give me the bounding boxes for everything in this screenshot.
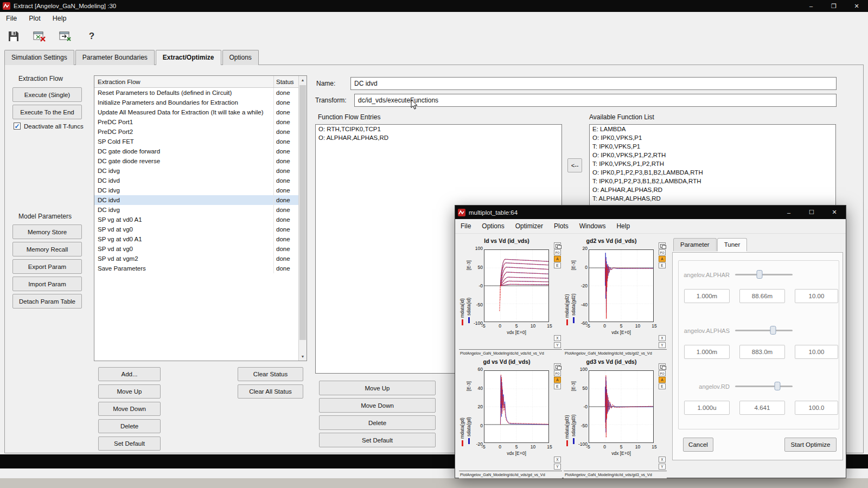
import-param-button[interactable]: Import Param: [12, 277, 82, 291]
menu-file[interactable]: File: [0, 12, 23, 25]
y-axis-button[interactable]: Y: [554, 464, 561, 470]
memory-store-button[interactable]: Memory Store: [12, 224, 82, 239]
list-item[interactable]: O: IPK0,VPKS,P1,P2,RTH: [590, 151, 835, 159]
po-button[interactable]: PO: [659, 249, 666, 255]
e-button[interactable]: E: [659, 383, 666, 389]
tab-parameter-boundaries[interactable]: Parameter Boundaries: [75, 50, 155, 65]
maximize-icon[interactable]: ☐: [800, 206, 823, 219]
po-button[interactable]: PO: [554, 249, 561, 255]
list-item[interactable]: O: IPK0,VPKS,P1: [590, 133, 835, 142]
move-up-button[interactable]: Move Up: [98, 384, 161, 399]
y-axis-button[interactable]: Y: [659, 342, 666, 348]
table-row[interactable]: PreDC Port2done: [94, 127, 298, 137]
close-icon[interactable]: ✕: [845, 0, 868, 12]
list-item[interactable]: T: IPK0,VPKS,P1: [590, 142, 835, 151]
param-value-field[interactable]: [739, 289, 785, 303]
menu-help[interactable]: Help: [611, 219, 635, 233]
tab-extract-optimize[interactable]: Extract/Optimize: [156, 50, 221, 65]
a-button[interactable]: A: [554, 377, 561, 383]
minimize-icon[interactable]: –: [777, 206, 800, 219]
po-button[interactable]: PO: [554, 370, 561, 376]
list-item[interactable]: O: IPK0,P1,P2,P3,B1,B2,LAMBDA,RTH: [590, 168, 835, 177]
arrange-plots-icon[interactable]: [59, 29, 73, 43]
a-button[interactable]: A: [659, 256, 666, 262]
detach-plot-icon[interactable]: [659, 242, 666, 249]
table-row[interactable]: SP vg at vd0 A1done: [94, 215, 298, 224]
tab-tuner[interactable]: Tuner: [717, 238, 748, 251]
x-axis-button[interactable]: X: [659, 457, 666, 463]
delete-button[interactable]: Delete: [98, 419, 161, 433]
delete-button[interactable]: Delete: [319, 415, 436, 430]
param-value-field[interactable]: [739, 401, 785, 415]
move-down-button[interactable]: Move Down: [319, 398, 436, 413]
name-input[interactable]: [350, 77, 837, 90]
param-value-field[interactable]: [739, 345, 785, 359]
list-item[interactable]: O: ALPHAR,ALPHAS,RD: [316, 133, 561, 142]
e-button[interactable]: E: [554, 383, 561, 389]
scroll-up-icon[interactable]: ▲: [299, 76, 307, 84]
column-header-flow[interactable]: Extraction Flow: [94, 79, 273, 85]
execute-single-button[interactable]: Execute (Single): [12, 87, 82, 102]
move-down-button[interactable]: Move Down: [98, 402, 161, 416]
plot-canvas[interactable]: [484, 249, 549, 322]
list-item[interactable]: E: LAMBDA: [590, 125, 835, 133]
e-button[interactable]: E: [659, 262, 666, 268]
plot-canvas[interactable]: [589, 370, 654, 443]
menu-plots[interactable]: Plots: [548, 219, 574, 233]
a-button[interactable]: A: [659, 377, 666, 383]
move-up-button[interactable]: Move Up: [319, 381, 436, 395]
add-button[interactable]: Add...: [98, 367, 161, 381]
main-titlebar[interactable]: Extract [Angelov_GaN_Modeling] :30 – ❐ ✕: [0, 0, 868, 12]
slider-thumb[interactable]: [770, 326, 776, 335]
detach-plot-icon[interactable]: [659, 363, 666, 370]
clear-all-status-button[interactable]: Clear All Status: [238, 384, 303, 399]
tab-parameter[interactable]: Parameter: [673, 238, 717, 251]
start-optimize-button[interactable]: Start Optimize: [784, 438, 837, 452]
plot-canvas[interactable]: [484, 370, 549, 443]
cancel-button[interactable]: Cancel: [683, 438, 713, 452]
slider-thumb[interactable]: [775, 382, 781, 390]
table-row[interactable]: SP vd at vgm2done: [94, 254, 298, 264]
deactivate-tfuncs-checkbox[interactable]: ✓: [14, 123, 21, 130]
table-row[interactable]: Update All Measured Data for Extraction …: [94, 107, 298, 117]
e-button[interactable]: E: [554, 262, 561, 268]
table-row[interactable]: Initialize Parameters and Boundaries for…: [94, 98, 298, 107]
slider-thumb[interactable]: [756, 270, 762, 279]
list-item[interactable]: O: ALPHAR,ALPHAS,RD: [590, 185, 835, 194]
plot-canvas[interactable]: [589, 249, 654, 322]
save-icon[interactable]: [7, 29, 21, 43]
menu-file[interactable]: File: [455, 219, 476, 233]
param-min-field[interactable]: [684, 401, 730, 415]
table-row[interactable]: Save Parametersdone: [94, 264, 298, 273]
clear-status-button[interactable]: Clear Status: [238, 367, 303, 381]
transform-input[interactable]: [354, 94, 837, 107]
table-row[interactable]: DC idvddone: [94, 195, 298, 205]
y-axis-button[interactable]: Y: [554, 342, 561, 348]
close-all-plots-icon[interactable]: [33, 29, 47, 43]
detach-plot-icon[interactable]: [554, 363, 561, 370]
table-row[interactable]: SP vd at vg0done: [94, 224, 298, 234]
maximize-icon[interactable]: ❐: [822, 0, 845, 12]
set-default-button[interactable]: Set Default: [98, 436, 161, 451]
table-row[interactable]: DC idvddone: [94, 176, 298, 185]
table-row[interactable]: SP vg at vd0 A1done: [94, 234, 298, 244]
menu-plot[interactable]: Plot: [23, 12, 47, 25]
flow-table-scrollbar[interactable]: ▲ ▼: [298, 76, 307, 361]
menu-options[interactable]: Options: [476, 219, 509, 233]
scrollbar-thumb[interactable]: [299, 85, 306, 340]
set-default-button[interactable]: Set Default: [319, 433, 436, 447]
column-header-status[interactable]: Status: [273, 76, 294, 87]
export-param-button[interactable]: Export Param: [12, 259, 82, 274]
param-max-field[interactable]: [795, 401, 838, 415]
help-icon[interactable]: ?: [85, 29, 99, 43]
scroll-down-icon[interactable]: ▼: [299, 352, 307, 361]
menu-help[interactable]: Help: [47, 12, 73, 25]
menu-windows[interactable]: Windows: [574, 219, 611, 233]
table-row[interactable]: SP vd at vg0done: [94, 244, 298, 254]
param-min-field[interactable]: [684, 345, 730, 359]
minimize-icon[interactable]: –: [800, 0, 822, 12]
tab-simulation-settings[interactable]: Simulation Settings: [4, 50, 74, 65]
table-row[interactable]: PreDC Port1done: [94, 117, 298, 127]
table-row[interactable]: DC idvgdone: [94, 185, 298, 195]
multiplot-titlebar[interactable]: multiplot_table:64 – ☐ ✕: [455, 206, 846, 219]
